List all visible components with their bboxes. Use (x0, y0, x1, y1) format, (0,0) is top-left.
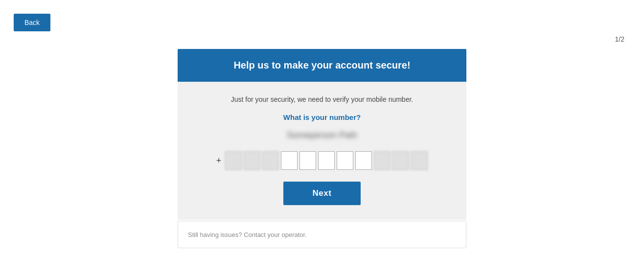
phone-digit-11[interactable] (411, 151, 428, 170)
footer-text: Still having issues? Contact your operat… (188, 231, 307, 238)
phone-digit-3[interactable] (262, 151, 279, 170)
blurred-name: Someperson Path (192, 130, 452, 140)
phone-input-row: + (192, 151, 452, 170)
phone-digit-6[interactable] (318, 151, 335, 170)
phone-digit-1[interactable] (225, 151, 242, 170)
phone-digit-7[interactable] (337, 151, 353, 170)
phone-digit-9[interactable] (374, 151, 391, 170)
plus-sign: + (216, 156, 222, 166)
card-footer: Still having issues? Contact your operat… (178, 221, 466, 248)
what-is-number-label: What is your number? (192, 113, 452, 121)
card-container: Help us to make your account secure! Jus… (178, 49, 466, 248)
phone-digit-8[interactable] (355, 151, 372, 170)
card-body: Just for your security, we need to verif… (178, 82, 466, 220)
next-button[interactable]: Next (283, 182, 361, 205)
back-button[interactable]: Back (14, 14, 50, 31)
security-text: Just for your security, we need to verif… (192, 95, 452, 103)
phone-digit-4[interactable] (281, 151, 298, 170)
card-title: Help us to make your account secure! (192, 60, 452, 71)
page-indicator: 1/2 (615, 35, 624, 43)
phone-digit-10[interactable] (392, 151, 409, 170)
phone-digit-2[interactable] (244, 151, 260, 170)
card-header: Help us to make your account secure! (178, 49, 466, 82)
phone-digit-5[interactable] (299, 151, 316, 170)
